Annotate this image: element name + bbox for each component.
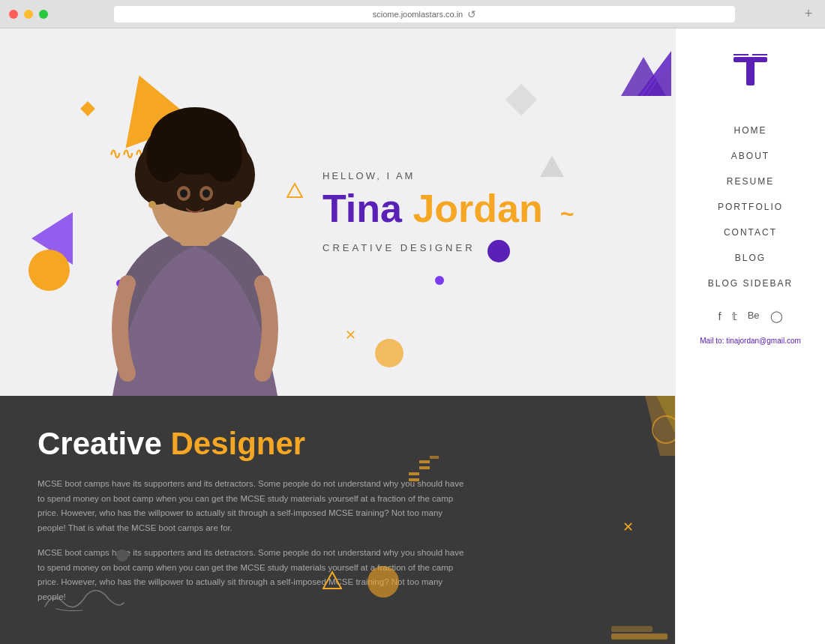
dark-paragraph-1: MCSE boot camps have its supporters and … xyxy=(38,477,472,535)
svg-rect-29 xyxy=(611,626,652,632)
nav-menu: HOME ABOUT RESUME PORTFOLIO CONTACT BLOG… xyxy=(676,118,825,296)
hero-text-block: HELLOW, I AM Tina Jordan ~ CREATIVE DESI… xyxy=(322,170,574,253)
svg-rect-26 xyxy=(430,456,439,459)
browser-chrome: sciome.joomlastars.co.in ↺ + xyxy=(0,0,825,28)
purple-stripe-decoration xyxy=(638,51,671,99)
steps-decoration xyxy=(409,456,439,496)
dark-title-white: Creative xyxy=(38,426,162,461)
svg-point-17 xyxy=(148,201,156,208)
nav-item-home[interactable]: HOME xyxy=(676,118,825,143)
refresh-icon[interactable]: ↺ xyxy=(467,8,476,20)
social-github[interactable]: ◯ xyxy=(770,310,783,323)
page-wrapper: ∿∿∿ ✕ xyxy=(0,28,825,644)
svg-point-15 xyxy=(180,190,188,198)
dark-title-orange: Designer xyxy=(170,426,305,461)
purple-triangle-left xyxy=(32,212,73,265)
dark-section: ✕ Creative Designer MCSE boot camps have… xyxy=(0,396,675,644)
social-twitter[interactable]: 𝕥 xyxy=(732,310,737,323)
social-facebook[interactable]: f xyxy=(718,310,721,323)
name-tilde-decoration: ~ xyxy=(560,200,574,227)
dark-section-title: Creative Designer xyxy=(38,426,638,462)
new-tab-button[interactable]: + xyxy=(801,7,816,22)
svg-rect-25 xyxy=(419,460,430,463)
hero-title: CREATIVE DESIGNER xyxy=(322,243,574,254)
social-icons: f 𝕥 Be ◯ xyxy=(718,310,782,323)
svg-rect-24 xyxy=(419,466,430,469)
dark-bottom-decoration xyxy=(611,619,668,644)
nav-item-blog-sidebar[interactable]: BLOG SIDEBAR xyxy=(676,271,825,296)
url-text: sciome.joomlastars.co.in xyxy=(373,10,463,19)
mail-label: Mail to: xyxy=(700,337,724,345)
svg-point-11 xyxy=(146,130,184,182)
browser-dot-green[interactable] xyxy=(39,10,48,19)
social-behance[interactable]: Be xyxy=(748,310,760,323)
browser-dot-yellow[interactable] xyxy=(24,10,33,19)
svg-rect-23 xyxy=(409,472,419,475)
nav-item-about[interactable]: ABOUT xyxy=(676,143,825,169)
svg-rect-28 xyxy=(611,634,668,640)
dark-top-decoration xyxy=(600,396,675,456)
person-image xyxy=(75,36,315,396)
signature xyxy=(38,580,128,623)
svg-point-12 xyxy=(205,130,242,182)
purple-dot-1 xyxy=(435,276,444,285)
sidebar: HOME ABOUT RESUME PORTFOLIO CONTACT BLOG… xyxy=(675,28,825,644)
svg-marker-27 xyxy=(323,572,341,589)
hero-name-first: Tina xyxy=(322,187,402,230)
main-content: ∿∿∿ ✕ xyxy=(0,28,675,644)
svg-point-18 xyxy=(234,201,242,208)
svg-rect-22 xyxy=(409,478,419,481)
dark-small-circle xyxy=(116,550,128,562)
dark-orange-dot xyxy=(368,566,399,598)
nav-item-blog[interactable]: BLOG xyxy=(676,245,825,271)
orange-x-shape: ✕ xyxy=(345,327,356,343)
nav-item-contact[interactable]: CONTACT xyxy=(676,220,825,245)
svg-marker-0 xyxy=(638,51,671,96)
hero-greeting: HELLOW, I AM xyxy=(322,170,574,181)
sidebar-logo xyxy=(730,51,771,95)
nav-item-portfolio[interactable]: PORTFOLIO xyxy=(676,194,825,220)
svg-point-16 xyxy=(202,190,210,198)
url-bar[interactable]: sciome.joomlastars.co.in ↺ xyxy=(114,6,735,22)
nav-item-resume[interactable]: RESUME xyxy=(676,169,825,194)
mail-section: Mail to: tinajordan@gmail.com xyxy=(700,337,801,345)
dark-x-shape: ✕ xyxy=(622,519,634,535)
hero-name: Tina Jordan ~ xyxy=(322,187,574,230)
mail-address[interactable]: tinajordan@gmail.com xyxy=(726,337,801,345)
dark-triangle-outline xyxy=(322,571,342,593)
hero-section: ∿∿∿ ✕ xyxy=(0,28,675,396)
svg-rect-31 xyxy=(746,57,754,85)
gray-diamond-shape xyxy=(506,84,537,115)
orange-semicircle-shape xyxy=(28,250,70,291)
browser-dot-red[interactable] xyxy=(9,10,18,19)
hero-name-last: Jordan xyxy=(412,187,542,230)
gold-dot-shape xyxy=(375,339,404,367)
